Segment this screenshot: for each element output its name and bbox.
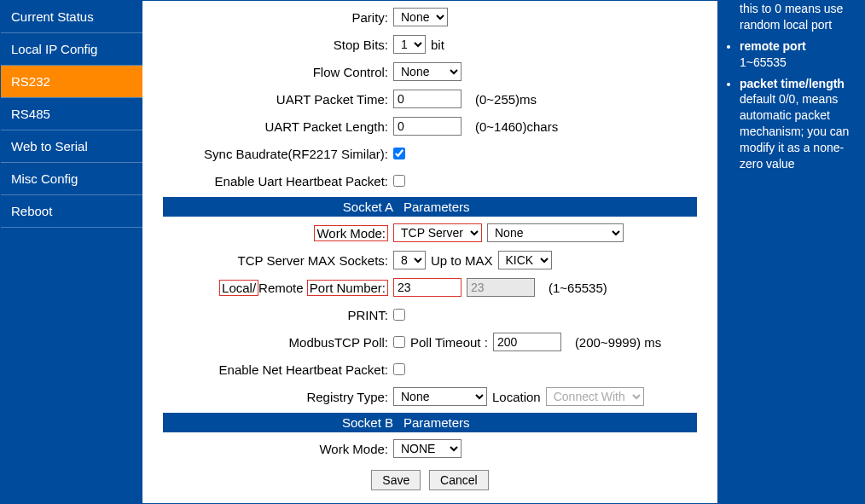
- sync-baud-checkbox[interactable]: [393, 148, 405, 159]
- stopbits-unit: bit: [431, 38, 444, 52]
- net-heartbeat-label: Enable Net Heartbeat Packet:: [163, 362, 393, 377]
- socket-a-header-left: Socket A: [163, 197, 398, 217]
- print-checkbox[interactable]: [393, 309, 405, 321]
- flowcontrol-label: Flow Control:: [163, 65, 393, 79]
- max-sockets-mid: Up to MAX: [431, 253, 493, 268]
- remote-port-input: [467, 278, 535, 297]
- port-mid: Remote: [258, 281, 307, 295]
- local-port-input[interactable]: [393, 278, 462, 297]
- socket-b-header-right: Parameters: [398, 413, 697, 432]
- poll-timeout-input[interactable]: [493, 333, 561, 351]
- net-heartbeat-checkbox[interactable]: [393, 363, 405, 375]
- stopbits-select[interactable]: 1: [393, 35, 426, 54]
- modbus-checkbox[interactable]: [393, 336, 405, 348]
- help-frag: this to 0 means use random local port: [740, 1, 856, 33]
- socket-a-header: Socket A Parameters: [163, 197, 697, 217]
- max-sockets-action-select[interactable]: KICK: [498, 251, 552, 269]
- parity-label: Parity:: [163, 10, 393, 25]
- modbus-label: ModbusTCP Poll:: [163, 335, 393, 350]
- cancel-button[interactable]: Cancel: [429, 470, 489, 490]
- sidebar-item-reboot[interactable]: Reboot: [1, 195, 142, 228]
- flowcontrol-select[interactable]: None: [393, 62, 462, 81]
- sidebar-item-misc-config[interactable]: Misc Config: [1, 163, 142, 195]
- workmode-secondary-select[interactable]: None: [487, 223, 624, 242]
- max-sockets-select[interactable]: 8: [393, 251, 426, 269]
- port-prefix: Local/: [219, 280, 258, 296]
- sidebar-item-web-to-serial[interactable]: Web to Serial: [1, 130, 142, 163]
- socket-a-header-right: Parameters: [398, 197, 697, 217]
- workmode-select[interactable]: TCP Server: [393, 223, 482, 242]
- uart-packet-time-hint: (0~255)ms: [475, 92, 537, 107]
- workmode-label: Work Mode:: [314, 225, 388, 241]
- registry-select[interactable]: None: [393, 387, 487, 406]
- parity-select[interactable]: None: [393, 8, 448, 26]
- help-item-packet: packet time/length default 0/0, means au…: [740, 76, 856, 172]
- sidebar-item-current-status[interactable]: Current Status: [1, 1, 142, 33]
- uart-packet-time-input[interactable]: [393, 90, 462, 108]
- socket-b-header-left: Socket B: [163, 413, 398, 432]
- sidebar-item-local-ip[interactable]: Local IP Config: [1, 33, 142, 66]
- sync-baud-label: Sync Baudrate(RF2217 Similar):: [163, 147, 393, 161]
- help-sidebar: this to 0 means use random local port re…: [717, 1, 864, 503]
- sidebar-item-rs485[interactable]: RS485: [1, 98, 142, 130]
- uart-packet-length-hint: (0~1460)chars: [475, 119, 558, 134]
- save-button[interactable]: Save: [371, 470, 421, 490]
- uart-packet-time-label: UART Packet Time:: [163, 92, 393, 107]
- socket-b-header: Socket B Parameters: [163, 413, 697, 432]
- port-hint: (1~65535): [549, 281, 607, 295]
- stopbits-label: Stop Bits:: [163, 38, 393, 52]
- location-select[interactable]: Connect With: [546, 387, 644, 406]
- location-label: Location: [492, 390, 541, 404]
- port-label: Port Number:: [307, 280, 388, 296]
- sidebar-item-rs232[interactable]: RS232: [1, 66, 142, 98]
- print-label: PRINT:: [163, 308, 393, 322]
- main-panel: Parity: None Stop Bits: 1 bit Flow Contr…: [142, 1, 717, 503]
- poll-timeout-hint: (200~9999) ms: [575, 335, 661, 350]
- help-item-remote-port: remote port 1~65535: [740, 38, 856, 71]
- registry-label: Registry Type:: [163, 390, 393, 404]
- socket-b-workmode-label: Work Mode:: [163, 442, 393, 456]
- uart-packet-length-input[interactable]: [393, 117, 462, 136]
- uart-packet-length-label: UART Packet Length:: [163, 119, 393, 134]
- socket-b-workmode-select[interactable]: NONE: [393, 439, 462, 458]
- uart-heartbeat-label: Enable Uart Heartbeat Packet:: [163, 174, 393, 188]
- uart-heartbeat-checkbox[interactable]: [393, 175, 405, 187]
- poll-timeout-label: Poll Timeout :: [410, 335, 488, 350]
- max-sockets-label: TCP Server MAX Sockets:: [163, 253, 393, 268]
- sidebar: Current Status Local IP Config RS232 RS4…: [1, 1, 142, 503]
